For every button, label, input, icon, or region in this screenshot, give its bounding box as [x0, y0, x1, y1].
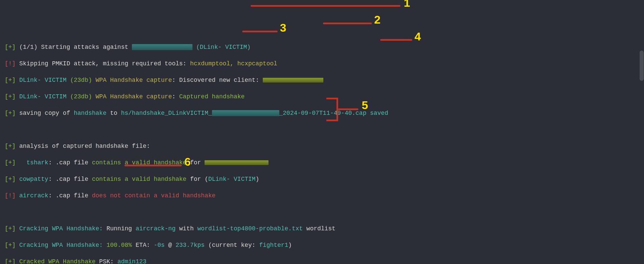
log-line: [+] Cracking WPA Handshake: 100.08% ETA:…: [0, 241, 644, 250]
annotation-number-1: 1: [404, 0, 410, 7]
annotation-number-5: 5: [362, 101, 368, 109]
terminal-output: [+] (1/1) Starting attacks against (DLin…: [0, 35, 644, 264]
log-line: [+] saving copy of handshake to hs/hands…: [0, 109, 644, 118]
annotation-number-4: 4: [415, 32, 421, 41]
annotation-number-3: 3: [280, 24, 286, 32]
blank-line: [0, 126, 644, 134]
annotation-line-2: [323, 23, 372, 24]
log-line: [+] Cracking WPA Handshake: Running airc…: [0, 225, 644, 233]
log-line: [+] Cracked WPA Handshake PSK: admin123: [0, 258, 644, 264]
log-line: [+] (1/1) Starting attacks against (DLin…: [0, 43, 644, 52]
annotation-line-4: [380, 39, 412, 41]
redacted-mac: [205, 160, 269, 165]
log-line: [+] analysis of captured handshake file:: [0, 142, 644, 151]
log-line: [+] tshark: .cap file contains a valid h…: [0, 159, 644, 167]
annotation-line-5: [338, 108, 358, 110]
annotation-number-6: 6: [184, 158, 191, 166]
annotation-line-6: [124, 165, 182, 166]
annotation-number-2: 2: [374, 15, 381, 24]
annotation-line-3: [242, 31, 278, 32]
annotation-bracket-5: [326, 98, 338, 121]
log-line: [+] DLink- VICTIM (23db) WPA Handshake c…: [0, 76, 644, 85]
log-line: [+] cowpatty: .cap file contains a valid…: [0, 175, 644, 184]
redacted-filename: [212, 110, 279, 116]
log-line: [+] DLink- VICTIM (23db) WPA Handshake c…: [0, 93, 644, 101]
redacted-mac: [263, 78, 323, 82]
log-line: [!] aircrack: .cap file does not contain…: [0, 192, 644, 200]
blank-line: [0, 208, 644, 217]
log-line: [!] Skipping PMKID attack, missing requi…: [0, 60, 644, 68]
scrollbar[interactable]: [639, 0, 644, 264]
redacted-bssid: [132, 44, 192, 50]
annotation-line-1: [251, 5, 400, 7]
scrollbar-thumb[interactable]: [640, 51, 644, 81]
